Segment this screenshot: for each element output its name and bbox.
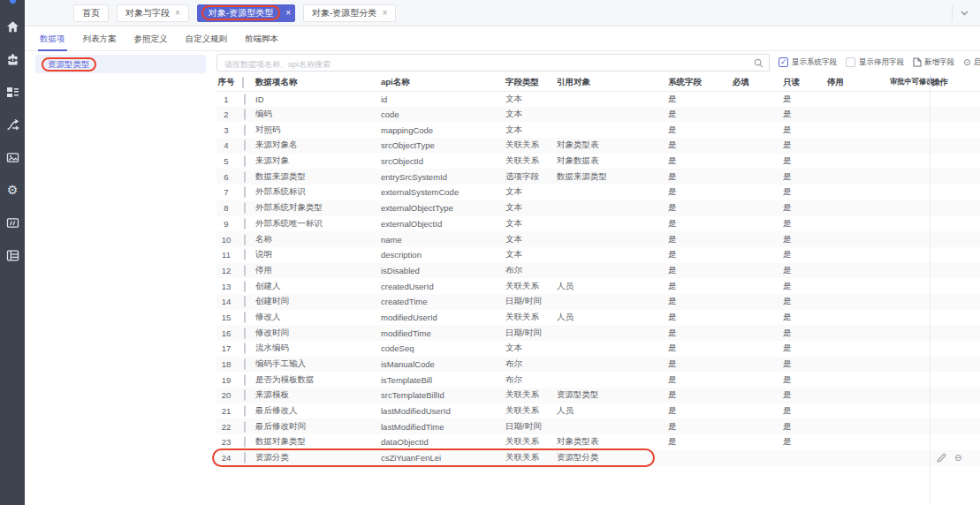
table-row[interactable]: 20 来源模板 srcTemplateBillId 关联关系 资源型类型 是 是…: [217, 388, 980, 403]
tab-close-icon[interactable]: ×: [175, 9, 180, 18]
enable-button[interactable]: ⊙ 启用: [963, 57, 980, 68]
cell-ref: [555, 325, 666, 341]
table-row[interactable]: 12 停用 isDisabled 布尔 是 是 ⊖: [217, 263, 980, 279]
subnav-frontend-scripts[interactable]: 前端脚本: [245, 26, 278, 51]
cell-approve: [888, 122, 930, 138]
table-row[interactable]: 18 编码手工输入 isManualCode 布尔 是 是 ⊖: [217, 357, 980, 373]
cell-no: 16: [217, 325, 236, 341]
cell-select: [236, 231, 254, 247]
cell-type: 文本: [504, 200, 555, 216]
table-row[interactable]: 4 来源对象名 srcObjectType 关联关系 对象类型表 是 是 ⊖: [217, 138, 980, 154]
subnav-reference-defs[interactable]: 参照定义: [134, 26, 168, 51]
remove-field-icon[interactable]: ⊖: [954, 454, 961, 463]
tab-home[interactable]: 首页: [73, 4, 109, 22]
tab-close-icon[interactable]: ×: [382, 9, 387, 18]
row-checkbox[interactable]: [244, 249, 246, 260]
cell-select: [236, 341, 254, 357]
cell-ref: [555, 91, 666, 107]
cell-disabled: [825, 169, 888, 185]
cell-readonly: 是: [781, 341, 825, 357]
tab-object-fields[interactable]: 对象与字段 ×: [117, 4, 189, 22]
row-checkbox[interactable]: [244, 171, 246, 183]
table-row[interactable]: 23 数据对象类型 dataObjectId 关联关系 对象类型表 是 是 ⊖: [217, 434, 980, 450]
home-icon[interactable]: [0, 17, 25, 36]
subnav-custom-rules[interactable]: 自定义规则: [186, 26, 228, 51]
table-row[interactable]: 5 来源对象 srcObjectId 关联关系 对象数据表 是 是 ⊖: [217, 154, 980, 170]
table-row[interactable]: 7 外部系统标识 externalSystemCode 文本 是 是 ⊖: [217, 185, 980, 200]
table-row[interactable]: 8 外部系统对象类型 externalObjectType 文本 是 是 ⊖: [217, 200, 980, 216]
cell-actions: ⊖: [930, 310, 980, 326]
row-checkbox[interactable]: [244, 265, 246, 276]
row-checkbox[interactable]: [244, 343, 246, 354]
cell-no: 15: [217, 310, 236, 326]
search-input[interactable]: [217, 57, 748, 72]
row-checkbox[interactable]: [244, 109, 246, 120]
cell-type: 文本: [504, 247, 555, 263]
cell-system: 是: [666, 325, 731, 341]
tree-item-resource-type[interactable]: 资源型类型: [35, 55, 206, 73]
checkbox-checked-icon: [779, 57, 788, 67]
row-checkbox[interactable]: [244, 186, 246, 198]
image-icon[interactable]: [0, 147, 25, 167]
table-row[interactable]: 24 资源分类 csZiYuanFenLei 关联关系 资源型分类 ⊖: [217, 450, 980, 466]
row-checkbox[interactable]: [244, 312, 246, 323]
cell-select: [236, 294, 254, 310]
table-row[interactable]: 16 修改时间 modifiedTime 日期/时间 是 是 ⊖: [217, 325, 980, 341]
table-row[interactable]: 11 说明 description 文本 是 是 ⊖: [217, 247, 980, 263]
row-checkbox[interactable]: [244, 374, 246, 386]
row-checkbox[interactable]: [244, 234, 246, 245]
cell-required: [731, 294, 781, 310]
subnav-data-items[interactable]: 数据项: [40, 26, 65, 51]
cell-select: [236, 247, 254, 263]
table-layout-icon[interactable]: [0, 245, 25, 265]
row-checkbox[interactable]: [244, 124, 246, 136]
subnav-list-schemes[interactable]: 列表方案: [83, 26, 117, 51]
table-row[interactable]: 2 编码 code 文本 是 是 ⊖: [217, 107, 980, 123]
row-checkbox[interactable]: [244, 155, 246, 167]
table-row[interactable]: 6 数据来源类型 entrySrcSystemId 选项字段 数据来源类型 是 …: [217, 169, 980, 185]
gear-icon[interactable]: ⚙: [0, 180, 25, 200]
row-checkbox[interactable]: [244, 452, 246, 464]
table-row[interactable]: 21 最后修改人 lastModifiedUserId 关联关系 人员 是 是 …: [217, 403, 980, 419]
select-all-checkbox[interactable]: [242, 77, 244, 88]
table-row[interactable]: 15 修改人 modifiedUserId 关联关系 人员 是 是 ⊖: [217, 310, 980, 326]
row-checkbox[interactable]: [244, 358, 246, 370]
table-row[interactable]: 13 创建人 createdUserId 关联关系 人员 是 是 ⊖: [217, 278, 980, 294]
modules-icon[interactable]: [0, 82, 25, 102]
row-checkbox[interactable]: [244, 328, 246, 339]
cell-readonly: 是: [781, 310, 825, 326]
puzzle-icon[interactable]: [0, 49, 25, 69]
table-row[interactable]: 10 名称 name 文本 是 是 ⊖: [217, 231, 980, 247]
row-checkbox[interactable]: [244, 436, 246, 448]
show-disabled-fields-checkbox[interactable]: 显示停用字段: [846, 57, 904, 68]
flow-icon[interactable]: [0, 115, 25, 134]
tab-resource-type[interactable]: 对象-资源型类型 ×: [197, 4, 295, 22]
table-row[interactable]: 1 ID id 文本 是 是 ⊖: [217, 91, 980, 107]
show-system-fields-checkbox[interactable]: 显示系统字段: [779, 57, 837, 68]
cell-disabled: [825, 294, 888, 310]
table-row[interactable]: 19 是否为模板数据 isTemplateBill 布尔 是 是 ⊖: [217, 372, 980, 388]
edit-pencil-icon[interactable]: [937, 453, 946, 463]
table-row[interactable]: 22 最后修改时间 lastModifiedTime 日期/时间 是 是 ⊖: [217, 418, 980, 434]
row-checkbox[interactable]: [244, 281, 246, 292]
row-checkbox[interactable]: [244, 218, 246, 230]
row-checkbox[interactable]: [244, 94, 246, 105]
row-checkbox[interactable]: [244, 202, 246, 214]
tab-list-dropdown[interactable]: [952, 4, 976, 22]
table-row[interactable]: 17 流水编码 codeSeq 文本 是 是 ⊖: [217, 341, 980, 357]
add-field-button[interactable]: 新增字段: [913, 57, 954, 68]
row-checkbox[interactable]: [244, 389, 246, 401]
table-row[interactable]: 14 创建时间 createdTime 日期/时间 是 是 ⊖: [217, 294, 980, 310]
row-checkbox[interactable]: [244, 296, 246, 307]
tab-close-icon[interactable]: ×: [285, 9, 291, 18]
cell-system: 是: [666, 263, 731, 279]
code-icon[interactable]: [0, 213, 25, 232]
table-row[interactable]: 9 外部系统唯一标识 externalObjectId 文本 是 是 ⊖: [217, 216, 980, 232]
row-checkbox[interactable]: [244, 421, 246, 433]
row-checkbox[interactable]: [244, 139, 246, 151]
cell-system: 是: [666, 154, 731, 170]
table-row[interactable]: 3 对照码 mappingCode 文本 是 是 ⊖: [217, 122, 980, 138]
row-checkbox[interactable]: [244, 405, 246, 417]
cell-api: id: [379, 91, 504, 107]
tab-resource-category[interactable]: 对象-资源型分类 ×: [303, 4, 396, 22]
